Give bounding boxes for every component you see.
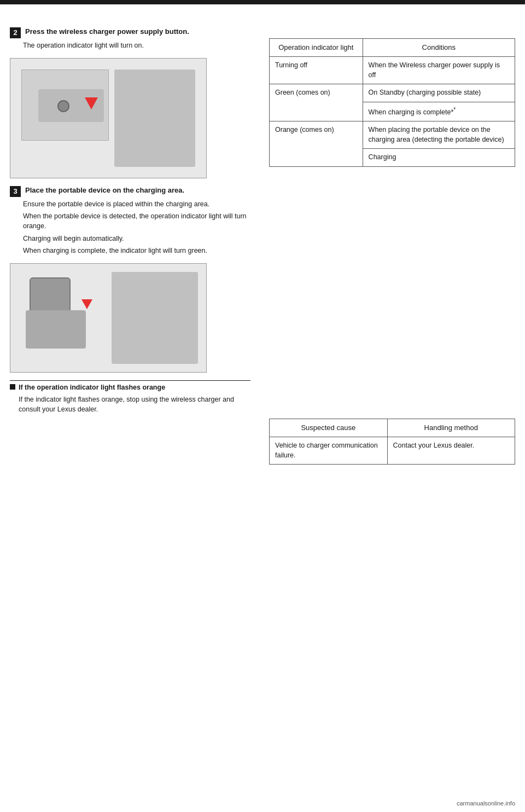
step-2-number: 2 <box>10 27 21 38</box>
step-3-block: 3 Place the portable device on the charg… <box>10 186 250 256</box>
table-cell-indicator-3: Orange (comes on) <box>270 121 363 167</box>
table-cell-condition-2a: On Standby (charging possible state) <box>363 84 515 102</box>
car-interior-sketch <box>114 69 195 167</box>
suspected-row-1: Vehicle to charger communication failure… <box>270 437 515 465</box>
table-cell-condition-3b: Charging <box>363 149 515 167</box>
step-3-detail-2: When the portable device is detected, th… <box>23 211 250 231</box>
step-3-title: 3 Place the portable device on the charg… <box>10 186 250 197</box>
step-2-title-text: Press the wireless charger power supply … <box>25 27 189 36</box>
table-row-turning-off: Turning off When the Wireless charger po… <box>270 57 515 84</box>
suspected-section: Suspected cause Handling method Vehicle … <box>269 419 515 465</box>
page-container: 2 Press the wireless charger power suppl… <box>0 0 525 812</box>
table-cell-condition-3a: When placing the portable device on the … <box>363 121 515 149</box>
table-row-orange: Orange (comes on) When placing the porta… <box>270 121 515 149</box>
step-3-detail-3: Charging will begin automatically. <box>23 234 250 243</box>
car-image-1 <box>10 58 207 178</box>
table-header-col2: Conditions <box>363 39 515 57</box>
page-footer: carmanualsonline.info <box>457 800 515 807</box>
suspected-cause-1: Vehicle to charger communication failure… <box>270 437 388 465</box>
step-2-block: 2 Press the wireless charger power suppl… <box>10 27 250 50</box>
right-column: Operation indicator light Conditions Tur… <box>269 33 515 465</box>
table-row-green: Green (comes on) On Standby (charging po… <box>270 84 515 102</box>
table-cell-condition-1: When the Wireless charger power supply i… <box>363 57 515 84</box>
left-column: 2 Press the wireless charger power suppl… <box>10 11 250 414</box>
step-3-title-text: Place the portable device on the chargin… <box>25 186 184 194</box>
arrow-down-indicator <box>85 97 98 109</box>
table-cell-indicator-2: Green (comes on) <box>270 84 363 121</box>
suspected-header-col2: Handling method <box>387 419 515 437</box>
table-cell-indicator-1: Turning off <box>270 57 363 84</box>
warning-text: If the indicator light flashes orange, s… <box>19 395 250 414</box>
step-2-title: 2 Press the wireless charger power suppl… <box>10 27 250 38</box>
charger-closeup <box>21 69 109 141</box>
top-bar <box>0 0 525 4</box>
superscript-mark: * <box>453 107 456 113</box>
step-3-detail-1: Ensure the portable device is placed wit… <box>23 199 250 209</box>
footer-url: carmanualsonline.info <box>457 800 515 807</box>
step-3-number: 3 <box>10 186 21 197</box>
step-2-details: The operation indicator light will turn … <box>23 40 250 50</box>
table-cell-condition-2b: When charging is complete** <box>363 102 515 121</box>
operation-table: Operation indicator light Conditions Tur… <box>269 38 515 167</box>
warning-bullet-line: If the operation indicator light flashes… <box>10 383 250 393</box>
charger-pad-sketch <box>26 310 86 349</box>
suspected-handling-1: Contact your Lexus dealer. <box>387 437 515 465</box>
suspected-table: Suspected cause Handling method Vehicle … <box>269 419 515 465</box>
charger-button-sketch <box>57 100 69 112</box>
suspected-header-col1: Suspected cause <box>270 419 388 437</box>
warning-title: If the operation indicator light flashes… <box>19 383 165 393</box>
car-interior-2-sketch <box>112 272 198 364</box>
step-3-detail-4: When charging is complete, the indicator… <box>23 246 250 256</box>
green-condition-2-text: When charging is complete* <box>369 108 454 116</box>
section-divider-1 <box>10 380 250 381</box>
car-image-2 <box>10 263 207 373</box>
table-header-col1: Operation indicator light <box>270 39 363 57</box>
arrow-down-2 <box>81 299 92 309</box>
black-square-icon <box>10 384 15 390</box>
